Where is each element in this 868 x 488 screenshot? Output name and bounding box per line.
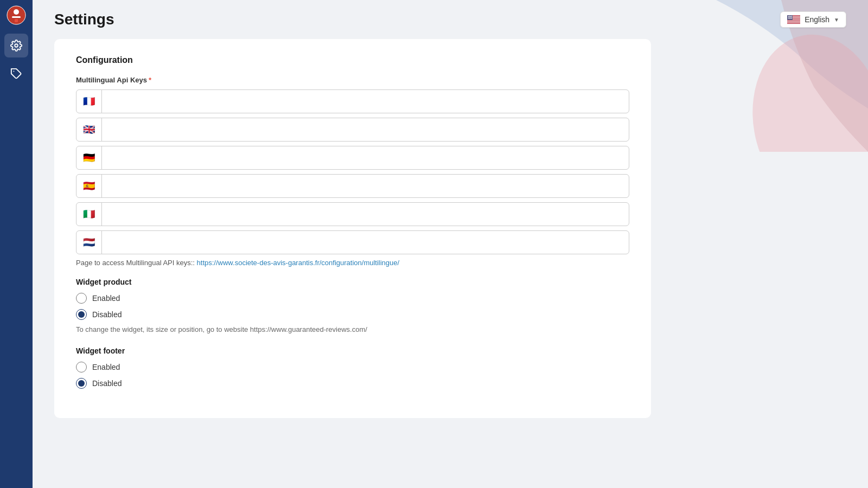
flag-es: 🇪🇸 bbox=[76, 175, 102, 197]
svg-point-15 bbox=[788, 16, 788, 16]
svg-point-28 bbox=[789, 17, 790, 17]
svg-rect-2 bbox=[12, 16, 21, 18]
svg-point-22 bbox=[789, 16, 789, 17]
sidebar bbox=[0, 0, 33, 488]
widget-footer-enabled-radio[interactable] bbox=[76, 362, 87, 373]
sidebar-item-tags[interactable] bbox=[4, 62, 28, 86]
widget-footer-disabled-radio[interactable] bbox=[76, 378, 87, 389]
widget-footer-disabled-label: Disabled bbox=[92, 379, 122, 388]
flag-en: 🇬🇧 bbox=[76, 118, 102, 141]
api-key-input-es[interactable] bbox=[102, 176, 629, 196]
svg-point-37 bbox=[788, 18, 788, 19]
sidebar-item-settings[interactable] bbox=[4, 34, 28, 57]
svg-point-23 bbox=[790, 16, 790, 17]
api-link[interactable]: https://www.societe-des-avis-garantis.fr… bbox=[197, 259, 400, 267]
svg-point-41 bbox=[791, 18, 792, 19]
svg-point-35 bbox=[790, 18, 791, 18]
main-content: Configuration Multilingual Api Keys * 🇫🇷… bbox=[33, 34, 868, 488]
svg-point-21 bbox=[788, 16, 789, 17]
api-key-input-de[interactable] bbox=[102, 148, 629, 168]
widget-product-enabled-label: Enabled bbox=[92, 294, 120, 303]
main-area: Settings bbox=[33, 0, 868, 488]
widget-product-enabled-radio[interactable] bbox=[76, 293, 87, 304]
widget-product-enabled-option[interactable]: Enabled bbox=[76, 293, 629, 304]
svg-point-38 bbox=[789, 18, 789, 19]
widget-footer-section: Widget footer Enabled Disabled bbox=[76, 346, 629, 389]
flag-fr: 🇫🇷 bbox=[76, 90, 102, 113]
us-flag-icon bbox=[787, 15, 800, 24]
widget-footer-title: Widget footer bbox=[76, 346, 629, 355]
language-label: English bbox=[805, 15, 829, 24]
api-key-field-fr: 🇫🇷 bbox=[76, 89, 629, 113]
svg-point-1 bbox=[14, 9, 19, 15]
page-title: Settings bbox=[54, 11, 114, 28]
api-key-input-fr[interactable] bbox=[102, 92, 629, 111]
widget-footer-enabled-option[interactable]: Enabled bbox=[76, 362, 629, 373]
svg-point-4 bbox=[15, 44, 18, 47]
config-section-title: Configuration bbox=[76, 55, 629, 65]
svg-point-18 bbox=[790, 16, 791, 16]
widget-product-disabled-option[interactable]: Disabled bbox=[76, 309, 629, 320]
language-selector[interactable]: English ▼ bbox=[780, 11, 846, 28]
sidebar-logo[interactable] bbox=[7, 5, 26, 25]
api-key-field-it: 🇮🇹 bbox=[76, 202, 629, 226]
api-link-prefix: Page to access Multilingual API keys:: bbox=[76, 259, 195, 267]
svg-point-42 bbox=[792, 18, 793, 19]
svg-point-31 bbox=[792, 17, 793, 17]
svg-point-17 bbox=[789, 16, 790, 16]
api-key-field-nl: 🇳🇱 bbox=[76, 230, 629, 254]
widget-product-hint: To change the widget, its size or positi… bbox=[76, 325, 629, 333]
widget-footer-enabled-label: Enabled bbox=[92, 363, 120, 371]
svg-point-24 bbox=[790, 16, 791, 17]
svg-point-16 bbox=[789, 16, 789, 16]
page-header: Settings bbox=[33, 0, 868, 34]
svg-point-39 bbox=[789, 18, 790, 19]
required-indicator: * bbox=[149, 76, 151, 84]
svg-point-25 bbox=[792, 16, 792, 17]
svg-point-34 bbox=[790, 18, 790, 18]
flag-nl: 🇳🇱 bbox=[76, 231, 102, 254]
svg-rect-3 bbox=[15, 19, 18, 22]
api-key-input-en[interactable] bbox=[102, 120, 629, 139]
svg-point-40 bbox=[790, 18, 791, 19]
svg-point-29 bbox=[790, 17, 791, 17]
widget-product-disabled-label: Disabled bbox=[92, 310, 122, 319]
svg-point-33 bbox=[789, 18, 789, 18]
api-key-field-en: 🇬🇧 bbox=[76, 118, 629, 142]
svg-rect-12 bbox=[787, 21, 800, 22]
svg-rect-11 bbox=[787, 20, 800, 21]
config-card: Configuration Multilingual Api Keys * 🇫🇷… bbox=[54, 39, 651, 418]
svg-point-36 bbox=[792, 18, 792, 18]
widget-product-section: Widget product Enabled Disabled To chang… bbox=[76, 278, 629, 333]
chevron-down-icon: ▼ bbox=[834, 17, 839, 23]
widget-product-disabled-radio[interactable] bbox=[76, 309, 87, 320]
widget-product-title: Widget product bbox=[76, 278, 629, 286]
flag-de: 🇩🇪 bbox=[76, 146, 102, 169]
svg-point-19 bbox=[791, 16, 792, 16]
svg-point-27 bbox=[789, 17, 789, 17]
api-key-field-es: 🇪🇸 bbox=[76, 174, 629, 198]
widget-footer-disabled-option[interactable]: Disabled bbox=[76, 378, 629, 389]
api-key-field-de: 🇩🇪 bbox=[76, 146, 629, 170]
svg-point-26 bbox=[788, 17, 788, 17]
svg-point-30 bbox=[791, 17, 792, 17]
svg-point-20 bbox=[792, 16, 793, 16]
api-key-input-nl[interactable] bbox=[102, 233, 629, 252]
svg-rect-13 bbox=[787, 23, 800, 23]
flag-it: 🇮🇹 bbox=[76, 203, 102, 226]
api-keys-label: Multilingual Api Keys * bbox=[76, 76, 629, 84]
api-link-container: Page to access Multilingual API keys:: h… bbox=[76, 259, 629, 267]
api-key-input-it[interactable] bbox=[102, 204, 629, 224]
svg-point-32 bbox=[788, 18, 789, 18]
